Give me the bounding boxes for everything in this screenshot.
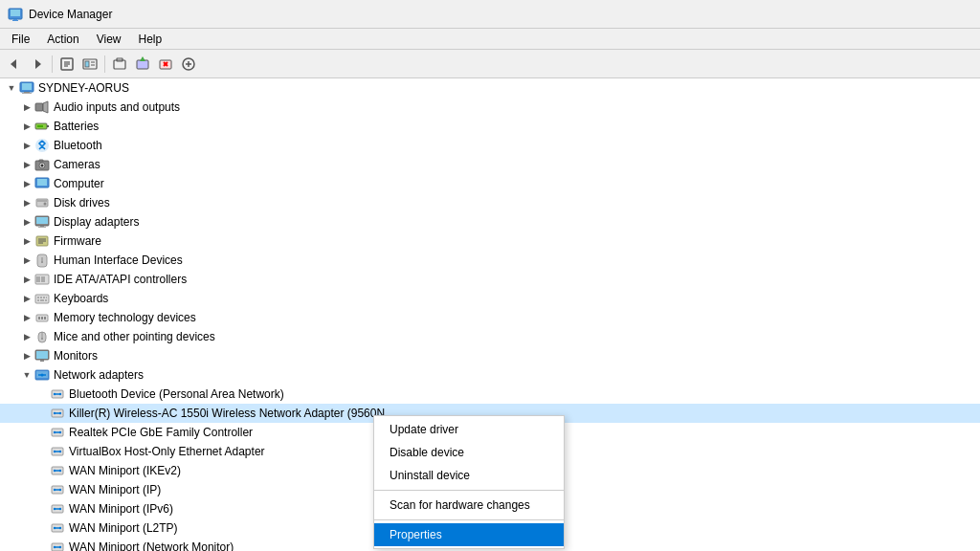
tree-item-cameras[interactable]: Cameras [0, 155, 980, 174]
svg-point-42 [44, 203, 47, 206]
ctx-disable-device[interactable]: Disable device [374, 441, 564, 464]
properties2-button[interactable] [79, 54, 100, 75]
netcard-icon-realtek [50, 425, 65, 440]
tree-item-batteries[interactable]: Batteries [0, 117, 980, 136]
ideata-icon [34, 272, 50, 287]
scan-button[interactable] [109, 54, 130, 75]
svg-point-91 [59, 431, 61, 433]
tree-item-mice[interactable]: Mice and other pointing devices [0, 327, 980, 346]
wan-netmon-label: WAN Miniport (Network Monitor) [69, 540, 234, 551]
wan-ikev2-label: WAN Miniport (IKEv2) [69, 464, 181, 477]
svg-rect-67 [41, 317, 43, 320]
back-button[interactable] [4, 54, 25, 75]
tree-item-memory[interactable]: Memory technology devices [0, 308, 980, 327]
wan-l2tp-label: WAN Miniport (L2TP) [69, 521, 178, 535]
svg-rect-44 [36, 217, 48, 224]
keyboards-label: Keyboards [54, 292, 108, 305]
svg-point-87 [59, 412, 61, 414]
batteries-icon [34, 119, 50, 134]
toolbar-sep-1 [52, 55, 53, 73]
ideata-label: IDE ATA/ATAPI controllers [54, 273, 187, 286]
svg-point-79 [41, 374, 44, 377]
firmware-label: Firmware [54, 234, 101, 248]
bluetooth-label: Bluetooth [54, 139, 102, 152]
monitors-icon [34, 348, 50, 364]
svg-marker-4 [11, 59, 16, 69]
svg-rect-62 [37, 299, 39, 301]
cameras-icon [34, 157, 50, 172]
toolbar-sep-2 [104, 55, 105, 73]
svg-point-110 [54, 527, 56, 529]
svg-rect-46 [38, 227, 46, 228]
hid-expand [19, 253, 34, 268]
tree-item-bluetooth[interactable]: Bluetooth [0, 136, 980, 155]
svg-point-90 [54, 431, 56, 433]
tree-item-hid[interactable]: Human Interface Devices [0, 251, 980, 270]
tree-item-firmware[interactable]: Firmware [0, 231, 980, 251]
keyboards-icon [34, 291, 50, 306]
svg-rect-31 [47, 125, 49, 127]
cameras-expand [19, 157, 34, 172]
svg-point-102 [54, 489, 56, 491]
ctx-uninstall-device[interactable]: Uninstall device [374, 464, 564, 487]
svg-point-53 [41, 261, 43, 263]
monitors-label: Monitors [54, 349, 98, 363]
title-bar: Device Manager [0, 0, 980, 29]
menu-action[interactable]: Action [39, 31, 86, 48]
computer-label: Computer [54, 177, 104, 190]
display-label: Display adapters [54, 215, 139, 229]
ctx-properties[interactable]: Properties [374, 523, 564, 546]
menu-help[interactable]: Help [131, 31, 170, 48]
netcard-icon-wan-l2tp [50, 520, 65, 536]
tree-item-btpan[interactable]: Bluetooth Device (Personal Area Network) [0, 385, 980, 404]
svg-point-103 [59, 489, 61, 491]
batteries-label: Batteries [54, 120, 99, 133]
menu-view[interactable]: View [89, 31, 129, 48]
svg-marker-17 [140, 56, 145, 61]
tree-item-keyboards[interactable]: Keyboards [0, 289, 980, 308]
menu-bar: File Action View Help [0, 29, 980, 50]
svg-rect-39 [37, 179, 47, 186]
svg-point-107 [59, 508, 61, 510]
memory-icon [34, 310, 50, 325]
svg-point-98 [54, 470, 56, 472]
svg-rect-41 [37, 200, 47, 202]
svg-point-95 [59, 451, 61, 452]
monitors-expand [19, 348, 34, 364]
tree-item-diskdrives[interactable]: Disk drives [0, 193, 980, 212]
uninstall-button[interactable] [155, 54, 176, 75]
ctx-scan-hardware[interactable]: Scan for hardware changes [374, 494, 564, 517]
virtualbox-label: VirtualBox Host-Only Ethernet Adapter [69, 445, 265, 458]
svg-rect-66 [38, 317, 40, 320]
svg-point-86 [54, 412, 56, 414]
svg-point-111 [59, 527, 61, 529]
svg-rect-63 [40, 299, 44, 301]
network-icon [34, 367, 50, 383]
netcard-icon-wan-netmon [50, 540, 65, 551]
svg-rect-28 [35, 103, 43, 111]
tree-root[interactable]: SYDNEY-AORUS [0, 78, 980, 98]
svg-rect-32 [37, 125, 43, 127]
tree-item-computer[interactable]: Computer [0, 174, 980, 193]
audio-icon [34, 99, 50, 115]
hid-icon [34, 253, 50, 268]
tree-item-network[interactable]: Network adapters [0, 365, 980, 385]
update-button[interactable] [132, 54, 153, 75]
tree-item-audio[interactable]: Audio inputs and outputs [0, 98, 980, 117]
properties-button[interactable] [56, 54, 78, 75]
forward-button[interactable] [27, 54, 48, 75]
svg-rect-25 [22, 83, 32, 90]
svg-rect-37 [39, 160, 43, 162]
tree-item-ideata[interactable]: IDE ATA/ATAPI controllers [0, 270, 980, 289]
display-icon [34, 214, 50, 230]
scan-hw-button[interactable] [178, 54, 199, 75]
tree-item-display[interactable]: Display adapters [0, 212, 980, 231]
svg-rect-55 [36, 276, 40, 282]
netcard-icon-btpan [50, 386, 65, 402]
ctx-sep-2 [374, 519, 564, 520]
ideata-expand [19, 272, 34, 287]
ctx-sep-1 [374, 490, 564, 491]
menu-file[interactable]: File [4, 31, 37, 48]
tree-item-monitors[interactable]: Monitors [0, 346, 980, 365]
ctx-update-driver[interactable]: Update driver [374, 418, 564, 441]
